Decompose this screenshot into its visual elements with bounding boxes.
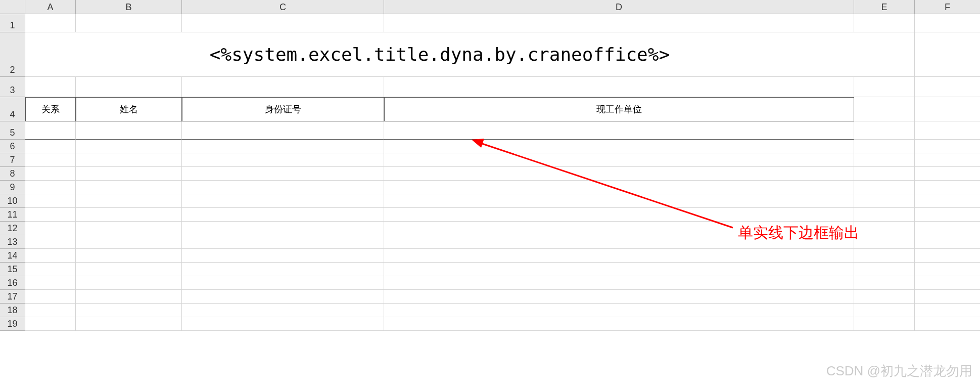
- cell-b6[interactable]: [76, 140, 182, 153]
- cell-e12[interactable]: [854, 222, 915, 235]
- row-header-8[interactable]: 8: [0, 167, 25, 181]
- cell-b7[interactable]: [76, 153, 182, 167]
- cell-a9[interactable]: [25, 181, 76, 194]
- row-header-12[interactable]: 12: [0, 222, 25, 235]
- row-header-16[interactable]: 16: [0, 276, 25, 290]
- cell-f6[interactable]: [915, 140, 980, 153]
- row-header-6[interactable]: 6: [0, 140, 25, 153]
- row-header-19[interactable]: 19: [0, 317, 25, 331]
- row-header-1[interactable]: 1: [0, 14, 25, 32]
- cell-d4-workunit[interactable]: 现工作单位: [384, 97, 854, 121]
- row-header-7[interactable]: 7: [0, 153, 25, 167]
- col-header-c[interactable]: C: [182, 0, 384, 14]
- cell-c6[interactable]: [182, 140, 384, 153]
- cell-c5[interactable]: [182, 121, 384, 140]
- cell-e17[interactable]: [854, 290, 915, 304]
- cell-e15[interactable]: [854, 263, 915, 276]
- cell-d9[interactable]: [384, 181, 854, 194]
- cell-b4-name[interactable]: 姓名: [76, 97, 182, 121]
- cell-c17[interactable]: [182, 290, 384, 304]
- row-header-2[interactable]: 2: [0, 32, 25, 77]
- cell-b11[interactable]: [76, 208, 182, 222]
- cell-f4[interactable]: [915, 97, 980, 121]
- cell-c19[interactable]: [182, 317, 384, 331]
- cell-b17[interactable]: [76, 290, 182, 304]
- cell-e8[interactable]: [854, 167, 915, 181]
- row-header-17[interactable]: 17: [0, 290, 25, 304]
- cell-c13[interactable]: [182, 235, 384, 249]
- cell-d13[interactable]: [384, 235, 854, 249]
- cell-b15[interactable]: [76, 263, 182, 276]
- cell-c14[interactable]: [182, 249, 384, 263]
- cell-c7[interactable]: [182, 153, 384, 167]
- cell-a14[interactable]: [25, 249, 76, 263]
- cell-c4-idnumber[interactable]: 身份证号: [182, 97, 384, 121]
- cell-c15[interactable]: [182, 263, 384, 276]
- cell-a18[interactable]: [25, 304, 76, 317]
- merged-title-cell[interactable]: <%system.excel.title.dyna.by.craneoffice…: [25, 32, 854, 77]
- cell-f19[interactable]: [915, 317, 980, 331]
- cell-b5[interactable]: [76, 121, 182, 140]
- cell-f8[interactable]: [915, 167, 980, 181]
- row-header-5[interactable]: 5: [0, 121, 25, 140]
- cell-f12[interactable]: [915, 222, 980, 235]
- row-header-4[interactable]: 4: [0, 97, 25, 121]
- cell-e1[interactable]: [854, 14, 915, 32]
- cell-b12[interactable]: [76, 222, 182, 235]
- cell-f2[interactable]: [915, 32, 980, 77]
- cell-d19[interactable]: [384, 317, 854, 331]
- cell-b3[interactable]: [76, 77, 182, 97]
- cell-e13[interactable]: [854, 235, 915, 249]
- col-header-b[interactable]: B: [76, 0, 182, 14]
- cell-c3[interactable]: [182, 77, 384, 97]
- row-header-9[interactable]: 9: [0, 181, 25, 194]
- cell-d11[interactable]: [384, 208, 854, 222]
- cell-f1[interactable]: [915, 14, 980, 32]
- cell-f15[interactable]: [915, 263, 980, 276]
- cell-a10[interactable]: [25, 194, 76, 208]
- cell-e11[interactable]: [854, 208, 915, 222]
- cell-e18[interactable]: [854, 304, 915, 317]
- col-header-e[interactable]: E: [854, 0, 915, 14]
- cell-d1[interactable]: [384, 14, 854, 32]
- cell-f9[interactable]: [915, 181, 980, 194]
- cell-a5[interactable]: [25, 121, 76, 140]
- cell-b8[interactable]: [76, 167, 182, 181]
- row-header-18[interactable]: 18: [0, 304, 25, 317]
- cell-b14[interactable]: [76, 249, 182, 263]
- cell-f10[interactable]: [915, 194, 980, 208]
- cell-a13[interactable]: [25, 235, 76, 249]
- cell-e14[interactable]: [854, 249, 915, 263]
- cell-b10[interactable]: [76, 194, 182, 208]
- row-header-14[interactable]: 14: [0, 249, 25, 263]
- cell-b16[interactable]: [76, 276, 182, 290]
- row-header-15[interactable]: 15: [0, 263, 25, 276]
- cell-d12[interactable]: [384, 222, 854, 235]
- cell-f16[interactable]: [915, 276, 980, 290]
- cell-b19[interactable]: [76, 317, 182, 331]
- cell-e16[interactable]: [854, 276, 915, 290]
- cell-a6[interactable]: [25, 140, 76, 153]
- cell-e3[interactable]: [854, 77, 915, 97]
- cell-c8[interactable]: [182, 167, 384, 181]
- cell-c16[interactable]: [182, 276, 384, 290]
- cell-b1[interactable]: [76, 14, 182, 32]
- row-header-10[interactable]: 10: [0, 194, 25, 208]
- cell-d10[interactable]: [384, 194, 854, 208]
- col-header-a[interactable]: A: [25, 0, 76, 14]
- cell-d7[interactable]: [384, 153, 854, 167]
- col-header-f[interactable]: F: [915, 0, 980, 14]
- cell-a4-relation[interactable]: 关系: [25, 97, 76, 121]
- cell-e2[interactable]: [854, 32, 915, 77]
- cell-d18[interactable]: [384, 304, 854, 317]
- cell-e6[interactable]: [854, 140, 915, 153]
- cell-e19[interactable]: [854, 317, 915, 331]
- cell-f13[interactable]: [915, 235, 980, 249]
- cell-a8[interactable]: [25, 167, 76, 181]
- cell-c11[interactable]: [182, 208, 384, 222]
- cell-b9[interactable]: [76, 181, 182, 194]
- cell-a7[interactable]: [25, 153, 76, 167]
- cell-d14[interactable]: [384, 249, 854, 263]
- row-header-3[interactable]: 3: [0, 77, 25, 97]
- row-header-11[interactable]: 11: [0, 208, 25, 222]
